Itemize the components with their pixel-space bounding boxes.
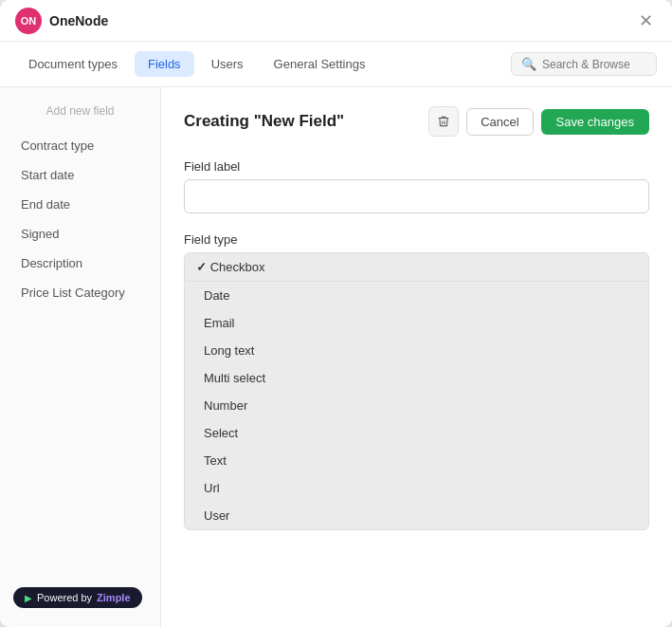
dropdown-box: Checkbox Date Email Long text Multi sele…	[184, 252, 649, 530]
field-label-label: Field label	[184, 159, 649, 174]
dropdown-option-date[interactable]: Date	[185, 282, 648, 309]
app-name: OneNode	[49, 13, 108, 28]
sidebar-item-end-date[interactable]: End date	[6, 191, 154, 218]
field-label-section: Field label	[184, 159, 649, 213]
tab-general-settings[interactable]: General Settings	[261, 51, 379, 77]
dropdown-list: Date Email Long text Multi select Number…	[185, 281, 648, 529]
search-box[interactable]: 🔍	[511, 52, 657, 76]
dropdown-option-number[interactable]: Number	[185, 392, 648, 419]
sidebar-item-price-list-category[interactable]: Price List Category	[6, 279, 154, 306]
field-label-input[interactable]	[184, 179, 649, 213]
sidebar-footer: ▶ Powered by Zimple	[0, 576, 160, 619]
delete-button[interactable]	[428, 106, 459, 137]
dropdown-option-checkbox[interactable]: Checkbox	[185, 253, 648, 281]
sidebar-item-description[interactable]: Description	[6, 249, 154, 277]
dropdown-option-url[interactable]: Url	[185, 474, 648, 502]
dropdown-option-long-text[interactable]: Long text	[185, 337, 648, 364]
titlebar-left: ON OneNode	[15, 8, 108, 34]
tab-fields[interactable]: Fields	[135, 51, 194, 77]
form-title: Creating "New Field"	[184, 112, 344, 131]
tab-document-types[interactable]: Document types	[15, 51, 131, 77]
dropdown-option-multi-select[interactable]: Multi select	[185, 364, 648, 392]
titlebar: ON OneNode ✕	[0, 0, 672, 42]
sidebar-item-contract-type[interactable]: Contract type	[6, 132, 154, 159]
content-area: Creating "New Field" Cancel Save changes	[161, 87, 672, 627]
add-new-field-button[interactable]: Add new field	[11, 99, 149, 123]
navbar: Document types Fields Users General Sett…	[0, 42, 672, 87]
field-type-dropdown[interactable]: Checkbox Date Email Long text Multi sele…	[184, 252, 649, 530]
sidebar-item-signed[interactable]: Signed	[6, 220, 154, 248]
search-input[interactable]	[542, 58, 646, 71]
form-header: Creating "New Field" Cancel Save changes	[184, 106, 649, 137]
app-window: ON OneNode ✕ Document types Fields Users…	[0, 0, 672, 627]
save-changes-button[interactable]: Save changes	[541, 109, 649, 135]
trash-icon	[437, 115, 450, 128]
brand-name: Zimple	[97, 592, 130, 603]
play-icon: ▶	[25, 593, 32, 603]
form-actions: Cancel Save changes	[428, 106, 649, 137]
close-button[interactable]: ✕	[635, 9, 657, 33]
dropdown-option-select[interactable]: Select	[185, 419, 648, 447]
main-layout: Add new field Contract type Start date E…	[0, 87, 672, 627]
tab-users[interactable]: Users	[198, 51, 257, 77]
dropdown-option-email[interactable]: Email	[185, 309, 648, 337]
sidebar: Add new field Contract type Start date E…	[0, 87, 161, 627]
powered-by-label: Powered by	[37, 592, 92, 603]
field-type-section: Field type Checkbox Date Email Long text…	[184, 232, 649, 530]
powered-by-badge: ▶ Powered by Zimple	[13, 587, 142, 608]
app-logo: ON	[15, 8, 42, 34]
sidebar-item-start-date[interactable]: Start date	[6, 161, 154, 189]
search-icon: 🔍	[521, 57, 536, 71]
dropdown-option-user[interactable]: User	[185, 502, 648, 529]
dropdown-option-text[interactable]: Text	[185, 447, 648, 474]
cancel-button[interactable]: Cancel	[466, 108, 533, 136]
field-type-label: Field type	[184, 232, 649, 247]
